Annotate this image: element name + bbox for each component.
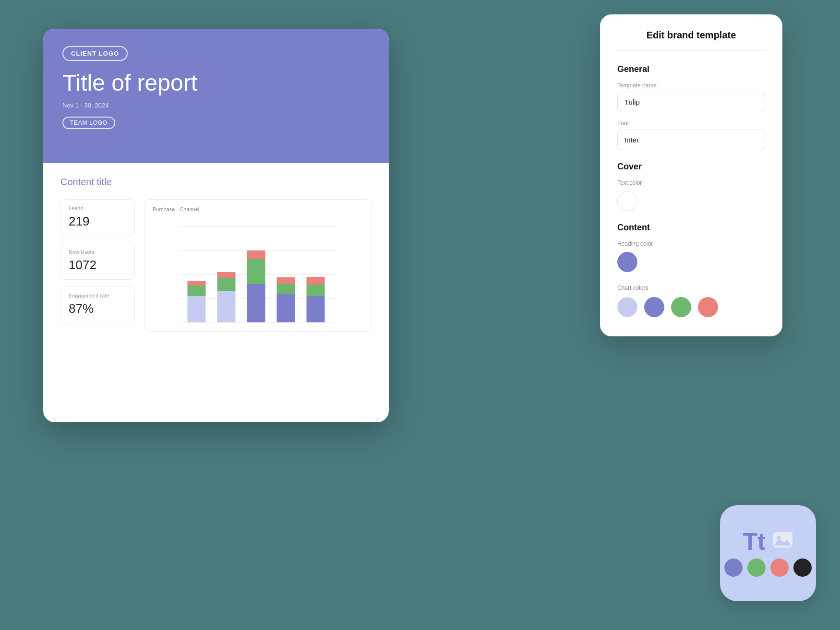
report-card: CLIENT LOGO Title of report Nov 1 - 30, …: [43, 29, 389, 422]
section-cover-label: Cover: [617, 162, 765, 172]
brand-dot-dark: [793, 559, 812, 577]
svg-rect-7: [217, 291, 236, 322]
brand-dot-purple: [724, 559, 743, 577]
chart-title: Purchase - Channel: [153, 206, 363, 212]
text-color-swatch[interactable]: [617, 191, 637, 211]
svg-rect-4: [188, 296, 206, 322]
panel-title: Edit brand template: [617, 30, 765, 51]
report-date: Nov 1 - 30, 2024: [62, 102, 370, 109]
heading-color-swatch[interactable]: [617, 252, 637, 272]
metric-card-engagement: Engagament rate 87%: [60, 286, 135, 323]
bar-chart: [153, 217, 363, 322]
svg-rect-10: [247, 284, 265, 322]
font-input[interactable]: [617, 130, 765, 150]
svg-point-21: [777, 535, 780, 539]
field-label-font: Font: [617, 120, 765, 127]
svg-rect-17: [307, 285, 325, 296]
heading-color-label: Heading color: [617, 240, 765, 247]
brand-icon: Tt: [720, 505, 816, 601]
text-color-label: Text color: [617, 179, 765, 186]
svg-rect-5: [188, 285, 206, 296]
svg-rect-11: [247, 259, 265, 284]
chart-color-1[interactable]: [617, 297, 637, 317]
metric-label-engagement: Engagament rate: [69, 293, 127, 298]
svg-rect-6: [188, 281, 206, 285]
client-logo-badge: CLIENT LOGO: [62, 46, 128, 61]
metric-card-leads: Leads 219: [60, 199, 135, 236]
field-group-template-name: Template name: [617, 82, 765, 112]
metric-value-engagement: 87%: [69, 301, 127, 316]
svg-rect-16: [307, 296, 325, 322]
metric-value-users: 1072: [69, 258, 127, 273]
svg-rect-13: [277, 294, 295, 322]
field-group-font: Font: [617, 120, 765, 150]
svg-rect-18: [307, 277, 325, 285]
brand-colors-row: [724, 559, 812, 577]
svg-rect-8: [217, 278, 236, 291]
svg-rect-15: [277, 277, 295, 284]
svg-rect-14: [277, 284, 295, 294]
brand-tt-text: Tt: [743, 530, 765, 554]
section-general-label: General: [617, 64, 765, 74]
brand-dot-red: [770, 559, 789, 577]
chart-color-2[interactable]: [644, 297, 664, 317]
metric-value-leads: 219: [69, 214, 127, 229]
edit-panel: Edit brand template General Template nam…: [600, 14, 782, 336]
field-label-template-name: Template name: [617, 82, 765, 89]
report-cover: CLIENT LOGO Title of report Nov 1 - 30, …: [43, 29, 389, 163]
content-body: Leads 219 New Users 1072 Engagament rate…: [60, 199, 372, 332]
svg-rect-9: [217, 272, 236, 278]
chart-color-3[interactable]: [671, 297, 691, 317]
svg-rect-12: [247, 250, 265, 259]
chart-colors-row: [617, 297, 765, 317]
report-title: Title of report: [62, 71, 370, 96]
chart-card: Purchase - Channel: [144, 199, 372, 332]
template-name-input[interactable]: [617, 92, 765, 112]
metric-card-users: New Users 1072: [60, 243, 135, 280]
metric-label-users: New Users: [69, 249, 127, 255]
metric-label-leads: Leads: [69, 205, 127, 211]
report-content: Content title Leads 219 New Users 1072 E…: [43, 163, 389, 345]
brand-icon-top: Tt: [743, 530, 793, 554]
section-content-label: Content: [617, 223, 765, 233]
metrics-column: Leads 219 New Users 1072 Engagament rate…: [60, 199, 135, 332]
brand-image-icon: [772, 531, 793, 552]
chart-colors-label: Chart colors: [617, 285, 765, 291]
brand-dot-green: [747, 559, 766, 577]
team-logo-badge: TEAM LOGO: [62, 117, 115, 129]
content-title: Content title: [60, 177, 372, 188]
chart-color-4[interactable]: [698, 297, 718, 317]
